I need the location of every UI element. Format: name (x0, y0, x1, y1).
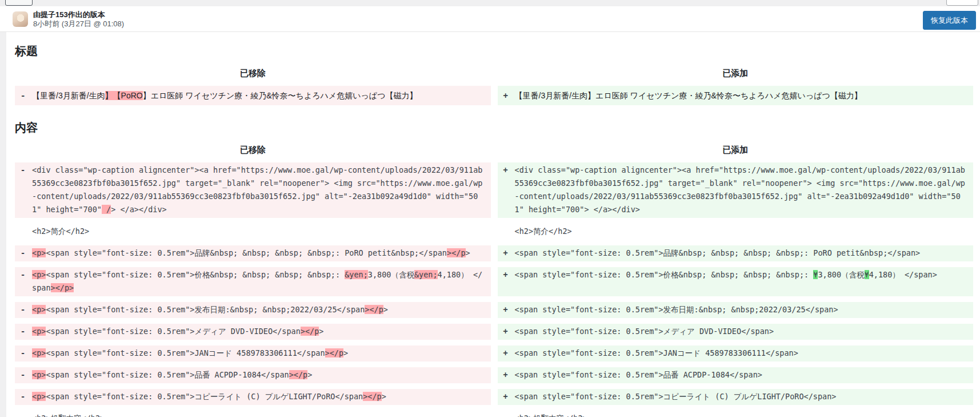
removed-cell: -<p><span style="font-size: 0.5rem">发布日期… (15, 302, 491, 318)
column-headers: 已移除已添加 (15, 145, 973, 156)
diff-text: 】エロ医師 ワイセツチン療・綾乃&怜奈〜ちよろハメ危嬉いっぱつ【磁力】 (143, 91, 418, 100)
added-content: <span style="font-size: 0.5rem">品番 ACPDP… (515, 368, 968, 382)
plus-sign: + (503, 390, 515, 403)
minus-sign: - (21, 347, 32, 360)
diff-text: <span style="font-size: 0.5rem">メディア DVD… (515, 327, 774, 336)
diff-text: <span style="font-size: 0.5rem">メディア DVD… (46, 327, 300, 336)
plus-sign: + (503, 347, 515, 360)
added-content: <span style="font-size: 0.5rem">JANコード 4… (515, 347, 968, 360)
diff-text: > (343, 348, 348, 358)
diff-section: 标题已移除已添加-【里番/3月新番/生肉】【PoRO】エロ医師 ワイセツチン療・… (0, 43, 980, 105)
diff-text: <span style="font-size: 0.5rem">价格&nbsp;… (515, 270, 814, 279)
plus-sign: + (503, 247, 515, 260)
added-cell: +<span style="font-size: 0.5rem">品番 ACPD… (498, 367, 974, 383)
diff-text: <span style="font-size: 0.5rem">コピーライト (… (46, 392, 363, 401)
added-content: <span style="font-size: 0.5rem">发布日期:&nb… (515, 303, 968, 316)
removed-highlight: &yen; (414, 270, 438, 279)
diff-row: -<p><span style="font-size: 0.5rem">品牌&n… (15, 245, 973, 261)
removed-highlight: ></p> (51, 283, 74, 292)
removed-highlight: ></p (289, 370, 308, 379)
diff-text: <span style="font-size: 0.5rem">JANコード 4… (515, 348, 798, 358)
removed-highlight: ></p (447, 248, 466, 257)
removed-highlight: <p> (32, 348, 46, 358)
added-content: <span style="font-size: 0.5rem">メディア DVD… (515, 325, 968, 338)
removed-highlight: ></p (301, 327, 319, 336)
diff-text: > </a></div> (111, 205, 167, 214)
plus-sign: + (503, 303, 515, 316)
removed-cell: -<p><span style="font-size: 0.5rem">メディア… (15, 324, 491, 340)
diff-row: -<p><span style="font-size: 0.5rem">发布日期… (15, 302, 973, 318)
minus-sign: - (21, 303, 32, 316)
column-removed-label: 已移除 (15, 145, 491, 156)
diff-text: > (382, 392, 386, 401)
context-cell: <h2>简介</h2> (498, 224, 974, 240)
diff-section: 内容已移除已添加-<div class="wp-caption aligncen… (0, 120, 980, 417)
removed-content: <p><span style="font-size: 0.5rem">品番 AC… (32, 368, 485, 382)
diff-text: <span style="font-size: 0.5rem">品番 ACPDP… (515, 370, 762, 379)
plus-sign: + (503, 268, 515, 281)
diff-row: -<p><span style="font-size: 0.5rem">价格&n… (15, 267, 973, 296)
diff-text: 【里番/3月新番/生肉 (32, 91, 105, 100)
revision-diff: 标题已移除已添加-【里番/3月新番/生肉】【PoRO】エロ医師 ワイセツチン療・… (0, 43, 980, 417)
removed-content: <div class="wp-caption aligncenter"><a h… (32, 164, 485, 216)
diff-row: -<div class="wp-caption aligncenter"><a … (15, 162, 973, 218)
removed-highlight: <p> (32, 305, 46, 314)
added-content: <div class="wp-caption aligncenter"><a h… (515, 164, 968, 216)
user-avatar (13, 11, 28, 27)
diff-row: -【里番/3月新番/生肉】【PoRO】エロ医師 ワイセツチン療・綾乃&怜奈〜ちよ… (15, 86, 973, 105)
revision-author: 由提子153作出的版本 (33, 10, 124, 19)
diff-text: <span style="font-size: 0.5rem">发布日期:&nb… (515, 305, 838, 314)
diff-text: > (383, 305, 388, 314)
diff-text: <div class="wp-caption aligncenter"><a h… (32, 165, 482, 214)
column-headers: 已移除已添加 (15, 68, 973, 79)
revision-header-bar: 由提子153作出的版本 8小时前 (3月27日 @ 01:08) 恢复此版本 (0, 6, 980, 32)
diff-row: <h2>机翻内容</h2><h2>机翻内容</h2> (15, 411, 973, 417)
removed-cell: -【里番/3月新番/生肉】【PoRO】エロ医師 ワイセツチン療・綾乃&怜奈〜ちよ… (15, 86, 491, 105)
added-content: <span style="font-size: 0.5rem">价格&nbsp;… (515, 268, 968, 281)
section-heading: 标题 (15, 43, 980, 59)
diff-text: > (319, 327, 323, 336)
context-cell: <h2>机翻内容</h2> (498, 411, 974, 417)
top-strip (0, 0, 980, 6)
minus-sign: - (21, 164, 32, 177)
diff-row: <h2>简介</h2><h2>简介</h2> (15, 224, 973, 240)
plus-sign: + (503, 164, 515, 177)
plus-sign: + (503, 368, 515, 382)
diff-row: -<p><span style="font-size: 0.5rem">メディア… (15, 324, 973, 340)
added-cell: +<span style="font-size: 0.5rem">JANコード … (498, 345, 974, 362)
diff-text: 3,800（含税 (818, 270, 864, 279)
removed-highlight: ></p (365, 305, 383, 314)
added-highlight: ¥ (865, 270, 869, 279)
removed-content: <p><span style="font-size: 0.5rem">コピーライ… (32, 390, 485, 403)
minus-sign: - (21, 390, 32, 403)
removed-highlight: <p> (32, 392, 46, 401)
context-cell: <h2>简介</h2> (15, 224, 491, 240)
context-line: <h2>机翻内容</h2> (515, 412, 968, 417)
revision-timestamp: 8小时前 (3月27日 @ 01:08) (33, 19, 124, 29)
diff-text: <div class="wp-caption aligncenter"><a h… (515, 165, 965, 214)
added-content: <span style="font-size: 0.5rem">品牌&nbsp;… (515, 247, 968, 260)
added-content: 【里番/3月新番/生肉】エロ医師 ワイセツチン療・綾乃&怜奈〜ちよろハメ危嬉いっ… (515, 90, 968, 101)
restore-revision-button[interactable]: 恢复此版本 (923, 11, 976, 30)
next-button-cutoff[interactable] (946, 0, 978, 6)
diff-text: <span style="font-size: 0.5rem">品牌&nbsp;… (515, 248, 921, 257)
diff-text: > (466, 248, 470, 257)
diff-text: <span style="font-size: 0.5rem">品牌&nbsp;… (46, 248, 447, 257)
column-added-label: 已添加 (498, 145, 974, 156)
removed-highlight: <p> (32, 327, 46, 336)
added-cell: +<div class="wp-caption aligncenter"><a … (498, 162, 974, 218)
diff-text: <span style="font-size: 0.5rem">品番 ACPDP… (46, 370, 289, 379)
removed-content: <p><span style="font-size: 0.5rem">メディア … (32, 325, 485, 338)
diff-text: <span style="font-size: 0.5rem">发布日期:&nb… (46, 305, 365, 314)
removed-content: <p><span style="font-size: 0.5rem">发布日期:… (32, 303, 485, 316)
context-line: <h2>简介</h2> (32, 225, 485, 238)
context-cell: <h2>机翻内容</h2> (15, 411, 491, 417)
plus-sign: + (503, 90, 515, 101)
removed-highlight: <p> (32, 270, 46, 279)
diff-text: <span style="font-size: 0.5rem">コピーライト (… (515, 392, 837, 401)
removed-content: <p><span style="font-size: 0.5rem">品牌&nb… (32, 247, 485, 260)
removed-content: <p><span style="font-size: 0.5rem">价格&nb… (32, 268, 485, 295)
column-added-label: 已添加 (498, 68, 974, 79)
previous-button-cutoff[interactable] (5, 0, 33, 6)
minus-sign: - (21, 268, 32, 281)
